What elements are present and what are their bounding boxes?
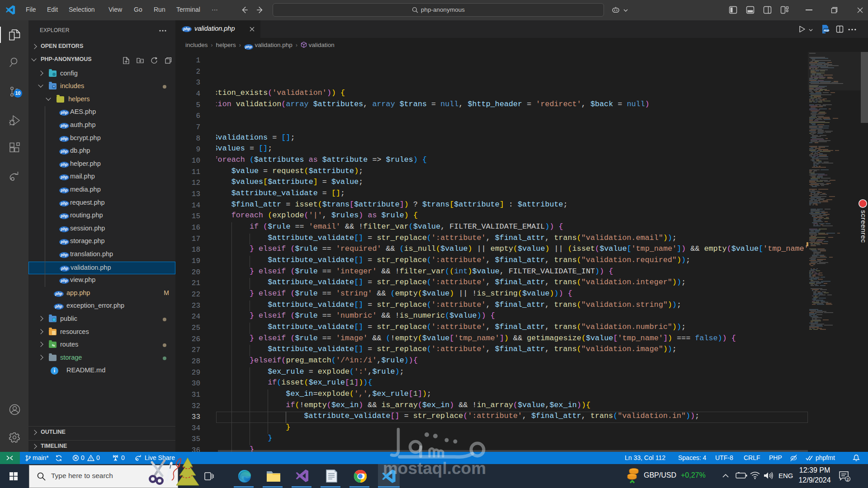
svg-text:2: 2 — [846, 477, 849, 482]
svg-text:PHP: PHP — [824, 29, 829, 32]
